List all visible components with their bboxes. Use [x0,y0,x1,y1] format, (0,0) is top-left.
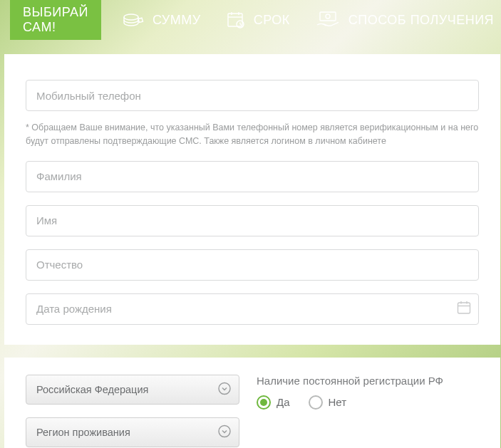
patronymic-input[interactable] [26,249,479,281]
cash-hand-icon [316,11,340,29]
choose-yourself-label: ВЫБИРАЙ САМ! [23,5,88,35]
step-amount[interactable]: СУММУ [123,0,201,40]
step-delivery[interactable]: СПОСОБ ПОЛУЧЕНИЯ [316,0,494,40]
radio-circle-icon [257,395,271,410]
radio-yes[interactable]: Да [257,395,290,410]
step-term-label: СРОК [254,13,290,28]
calendar-clock-icon [227,11,245,29]
radio-circle-icon [309,395,323,410]
phone-field-wrap [26,80,479,111]
country-select[interactable]: Российская Федерация [26,375,239,405]
svg-point-9 [326,14,330,19]
phone-note: * Обращаем Ваше внимание, что указанный … [26,121,479,148]
svg-point-14 [219,382,230,394]
registration-label: Наличие постоянной регистрации РФ [257,375,479,387]
chevron-down-icon [217,424,232,440]
patronymic-field-wrap [26,249,479,281]
region-select[interactable]: Регион проживания [26,417,239,447]
dob-input[interactable] [26,293,479,325]
dob-field-wrap [26,293,479,325]
personal-form-card: * Обращаем Ваше внимание, что указанный … [4,54,500,345]
step-term[interactable]: СРОК [227,0,290,40]
money-stack-icon [123,12,144,28]
region-select-value: Регион проживания [36,427,130,438]
chevron-down-icon [217,381,232,397]
svg-line-7 [240,24,242,26]
radio-yes-label: Да [277,396,290,408]
name-input[interactable] [26,205,479,236]
registration-block: Наличие постоянной регистрации РФ Да Нет [257,375,479,447]
registration-radios: Да Нет [257,395,479,410]
location-form-card: Российская Федерация Регион проживания Н… [4,358,500,449]
selects-column: Российская Федерация Регион проживания [26,375,239,447]
radio-no-label: Нет [329,396,347,408]
svg-rect-10 [458,303,470,313]
radio-no[interactable]: Нет [309,395,347,410]
step-amount-label: СУММУ [153,13,201,28]
phone-input[interactable] [26,80,479,111]
step-delivery-label: СПОСОБ ПОЛУЧЕНИЯ [348,13,494,28]
choose-yourself-badge: ВЫБИРАЙ САМ! [10,0,101,40]
calendar-icon[interactable] [456,300,472,318]
country-select-value: Российская Федерация [36,384,148,395]
svg-point-0 [124,14,138,20]
svg-point-15 [219,425,230,437]
svg-rect-8 [320,12,336,21]
surname-field-wrap [26,161,479,192]
header-bar: ВЫБИРАЙ САМ! СУММУ СРОК [0,0,501,40]
surname-input[interactable] [26,161,479,192]
name-field-wrap [26,205,479,236]
